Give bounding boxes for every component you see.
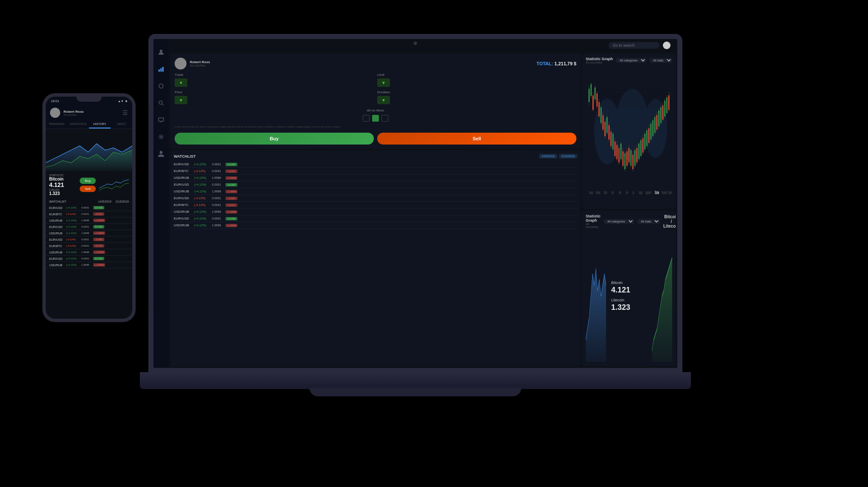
- wl-price: 0.0001: [212, 217, 225, 220]
- phone-watchlist-row: USD/RUB (+4.12%) 1.9998 +1.9999: [46, 262, 132, 268]
- svg-rect-23: [595, 87, 595, 99]
- stats-dropdown[interactable]: All stats: [650, 58, 672, 63]
- bottom-stats-dropdown[interactable]: All stats: [637, 219, 660, 224]
- bottom-category-dropdown[interactable]: All categories: [604, 219, 634, 224]
- wl-pair: USD/RUB: [174, 176, 194, 180]
- tab-transfer[interactable]: TRANSFER: [46, 120, 67, 128]
- sidebar-icon-search[interactable]: [156, 98, 166, 108]
- sidebar-icon-message[interactable]: [156, 115, 166, 125]
- phone-time: 18:01: [51, 99, 59, 103]
- phone-wl-pair: USD/RUB: [49, 219, 66, 222]
- watchlist-rows: EUR/USD (+4.12%) 0.0001 10.000 EUR/BTC (…: [174, 161, 577, 229]
- watchlist-row: EUR/USD (-4.12%) 0.0001 -0.000: [174, 195, 577, 202]
- phone-watchlist-date1: 14/5/2019: [98, 200, 111, 203]
- sidebar-icon-person[interactable]: [156, 149, 166, 159]
- user-info: Robert Ross All activities: [190, 60, 533, 67]
- wl-badge: +1.9999: [225, 224, 237, 227]
- watchlist-dates: 14/5/2019 21/3/2019: [539, 154, 577, 159]
- checkbox-3[interactable]: [381, 115, 388, 122]
- category-dropdown[interactable]: All categories: [616, 58, 646, 63]
- sidebar-icon-user[interactable]: [156, 47, 166, 57]
- all-on-more-label: All on More: [175, 109, 576, 112]
- phone-litecoin-value: 1.323: [49, 191, 76, 196]
- wl-badge: -0.010: [225, 203, 237, 207]
- all-on-more: All on More: [175, 109, 576, 122]
- wl-change: (+4.12%): [194, 190, 212, 193]
- svg-text:September: September: [645, 190, 651, 195]
- phone-buy-button[interactable]: Buy: [80, 178, 96, 184]
- phone-wl-pair: EUR/USD: [49, 206, 66, 209]
- litecoin-area-chart: [652, 230, 672, 362]
- phone-bitcoin-name: Bitcoin: [49, 177, 76, 181]
- trade-field: Trade ▼: [175, 73, 374, 87]
- phone-wl-price: 0.0041: [81, 245, 93, 247]
- phone-watchlist-row: EUR/USD (+4.12%) 0.0001 10.000: [46, 256, 132, 262]
- svg-rect-45: [617, 145, 618, 159]
- watchlist-row: USD/RUB (+4.12%) 1.9998 +1.9999: [174, 175, 577, 181]
- phone-wl-price: 1.9998: [81, 251, 93, 253]
- tab-statistics[interactable]: STATISTICS: [67, 120, 89, 128]
- tab-history[interactable]: HISTORY: [89, 120, 111, 128]
- right-panel: Robert Ross All activities TOTAL: 1,211,…: [170, 53, 581, 366]
- phone-watchlist-rows: EUR/USD (+4.12%) 0.0001 10.000 EUR/BTC (…: [46, 205, 132, 319]
- phone-wl-badge: 10.000: [93, 206, 104, 209]
- trade-dropdown[interactable]: ▼: [175, 78, 187, 87]
- wl-badge: +1.9999: [225, 210, 237, 214]
- svg-rect-89: [660, 107, 661, 123]
- bottom-chart-sub: All securities: [586, 223, 601, 228]
- sell-button[interactable]: Sell: [377, 133, 576, 145]
- phone-wl-pair: USD/RUB: [49, 264, 66, 267]
- laptop-content-grid: Statistic Graph All securities All categ…: [169, 52, 677, 368]
- svg-rect-97: [668, 95, 669, 110]
- watchlist-row: USD/RUB (+4.12%) 1.9998 +1.9999: [174, 209, 577, 215]
- phone-menu-icon[interactable]: ☰: [122, 109, 128, 116]
- svg-text:May: May: [619, 190, 621, 195]
- svg-rect-83: [654, 117, 655, 133]
- phone-wl-change: (+4.12%): [66, 232, 81, 234]
- svg-rect-91: [662, 105, 663, 120]
- phone-wl-price: 0.0001: [81, 225, 93, 228]
- sidebar-icon-chart[interactable]: [156, 64, 166, 74]
- laptop-stand: [309, 388, 521, 396]
- svg-line-6: [162, 104, 164, 106]
- wl-price: 0.0001: [212, 163, 225, 166]
- phone-line-chart: [46, 129, 132, 171]
- svg-rect-65: [637, 148, 637, 162]
- watchlist-date2: 21/3/2019: [559, 154, 577, 159]
- trade-description: Lorem ipsum dolor sit amet consectetur a…: [175, 125, 576, 128]
- phone-notch: [76, 97, 102, 102]
- search-input[interactable]: [609, 42, 659, 49]
- sidebar-icon-circle[interactable]: [156, 81, 166, 91]
- phone-wl-price: 0.0001: [81, 257, 93, 260]
- avatar: [663, 42, 670, 49]
- phone-wl-change: (+4.12%): [66, 219, 81, 222]
- litecoin-chart: [652, 230, 672, 362]
- duration-dropdown[interactable]: ▼: [377, 96, 390, 104]
- buy-button[interactable]: Buy: [175, 133, 374, 145]
- phone-wl-pair: EUR/USD: [49, 257, 66, 260]
- limit-dropdown[interactable]: ▼: [377, 78, 390, 87]
- user-name: Robert Ross: [190, 60, 533, 64]
- tab-depo[interactable]: DEPO: [111, 120, 132, 128]
- laptop-bezel: Statistic Graph All securities All categ…: [148, 34, 682, 373]
- wl-badge: +1.9999: [225, 190, 237, 193]
- laptop: Statistic Graph All securities All categ…: [140, 34, 691, 424]
- phone-wl-pair: EUR/USD: [49, 238, 66, 241]
- phone-wl-pair: EUR/USD: [49, 225, 66, 228]
- svg-rect-17: [589, 89, 590, 102]
- price-dropdown[interactable]: ▼: [175, 96, 187, 104]
- checkbox-1[interactable]: [363, 115, 370, 122]
- phone-wl-pair: EUR/BTC: [49, 213, 66, 216]
- total-label: TOTAL:: [537, 61, 553, 66]
- phone-sell-button[interactable]: Sell: [80, 186, 96, 192]
- btc-ltc-info: Bitcoin 4.121 Litecoin 1.323: [608, 230, 650, 362]
- sidebar-icon-settings[interactable]: [156, 132, 166, 142]
- watchlist-row: USD/RUB (+4.12%) 1.9998 +1.9999: [174, 188, 577, 195]
- svg-text:June: June: [626, 190, 628, 195]
- laptop-camera: [414, 42, 417, 45]
- phone-wl-change: (-4.12%): [66, 238, 81, 241]
- svg-rect-37: [609, 125, 609, 139]
- total-value: TOTAL: 1,211,79 $: [537, 61, 576, 66]
- wl-change: (-4.12%): [194, 203, 212, 206]
- checkbox-2[interactable]: [372, 115, 379, 122]
